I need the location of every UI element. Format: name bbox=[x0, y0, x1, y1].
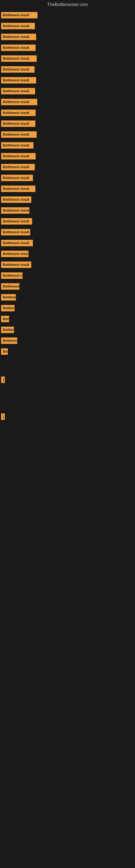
bar-row: Bottleneck result bbox=[0, 153, 135, 161]
bottleneck-bar: Bottleneck result bbox=[1, 131, 37, 138]
bottleneck-bar: Bottleneck result bbox=[1, 261, 31, 268]
bottleneck-bar: Bottleneck result bbox=[1, 186, 35, 192]
bar-row: Bottleneck result bbox=[0, 142, 135, 150]
bottleneck-bar: Bottleneck result bbox=[1, 44, 36, 51]
bottleneck-bar: Bottleneck result bbox=[1, 12, 38, 19]
bottleneck-bar: Bottleneck result bbox=[1, 294, 16, 301]
site-title: TheBottlenecker.com bbox=[0, 0, 135, 9]
bottleneck-bar: Bottleneck result bbox=[1, 218, 32, 225]
bars-container: Bottleneck resultBottleneck resultBottle… bbox=[0, 9, 135, 427]
bottleneck-bar: Bottleneck result bbox=[1, 337, 17, 344]
bottleneck-bar: Bottleneck result bbox=[1, 164, 35, 170]
bottleneck-bar: Bottleneck result bbox=[1, 348, 8, 355]
bottleneck-bar: Bottleneck result bbox=[1, 316, 9, 322]
bar-row: Bottleneck result bbox=[0, 175, 135, 182]
bottleneck-bar: Bottleneck result bbox=[1, 55, 37, 62]
bar-row: Bottleneck result bbox=[0, 218, 135, 226]
bar-row: Bottleneck result bbox=[0, 229, 135, 237]
bar-row bbox=[0, 388, 135, 393]
bottleneck-bar: Bottleneck result bbox=[1, 327, 14, 333]
bar-row: Bottleneck result bbox=[0, 55, 135, 63]
bar-row: Bottleneck result bbox=[0, 77, 135, 85]
bar-row: Bottleneck result bbox=[0, 261, 135, 269]
bottleneck-bar: Bottleneck result bbox=[1, 34, 36, 40]
bottleneck-bar: Bottleneck result bbox=[1, 229, 30, 236]
bottleneck-bar: Bottleneck result bbox=[1, 120, 35, 127]
bottleneck-bar: Bottleneck result bbox=[1, 77, 36, 84]
bottleneck-bar: Bottleneck result bbox=[1, 305, 14, 311]
bottleneck-bar: Bottleneck result bbox=[1, 196, 31, 203]
bar-row: Bottleneck result bbox=[0, 272, 135, 280]
bar-row: Bottleneck result bbox=[0, 186, 135, 193]
bottleneck-bar: | bbox=[1, 413, 5, 420]
bar-row: Bottleneck result bbox=[0, 164, 135, 172]
bottleneck-bar: Bottleneck result bbox=[1, 110, 36, 116]
bar-row: Bottleneck result bbox=[0, 110, 135, 117]
bar-row: Bottleneck result bbox=[0, 240, 135, 247]
bar-row: Bottleneck result bbox=[0, 88, 135, 95]
bar-row bbox=[0, 368, 135, 373]
bar-row: | bbox=[0, 376, 135, 384]
bar-row: Bottleneck result bbox=[0, 294, 135, 302]
bar-row: Bottleneck result bbox=[0, 66, 135, 74]
bar-row: Bottleneck result bbox=[0, 44, 135, 52]
bottleneck-bar: Bottleneck result bbox=[1, 99, 37, 105]
bottleneck-bar: Bottleneck result bbox=[1, 207, 30, 214]
bar-row: Bottleneck result bbox=[0, 34, 135, 41]
bottleneck-bar: Bottleneck result bbox=[1, 88, 35, 94]
bar-row: Bottleneck result bbox=[0, 305, 135, 312]
bar-row: Bottleneck result bbox=[0, 120, 135, 128]
bar-row: Bottleneck result bbox=[0, 99, 135, 106]
bar-row: | bbox=[0, 413, 135, 421]
bottleneck-bar: Bottleneck result bbox=[1, 272, 23, 279]
bottleneck-bar: Bottleneck result bbox=[1, 142, 34, 149]
bottleneck-bar: Bottleneck result bbox=[1, 240, 33, 246]
bottleneck-bar: Bottleneck result bbox=[1, 23, 35, 29]
bar-row: Bottleneck result bbox=[0, 12, 135, 20]
bar-row: Bottleneck result bbox=[0, 131, 135, 139]
bottleneck-bar: Bottleneck result bbox=[1, 283, 19, 290]
bar-row: Bottleneck result bbox=[0, 337, 135, 345]
bar-row: Bottleneck result bbox=[0, 251, 135, 258]
bottleneck-bar: | bbox=[1, 376, 5, 383]
bar-row: Bottleneck result bbox=[0, 23, 135, 30]
bar-row: Bottleneck result bbox=[0, 283, 135, 291]
bottleneck-bar: Bottleneck result bbox=[1, 66, 35, 73]
bar-row bbox=[0, 359, 135, 365]
bar-row: Bottleneck result bbox=[0, 348, 135, 356]
site-header: TheBottlenecker.com bbox=[0, 0, 135, 9]
bottleneck-bar: Bottleneck result bbox=[1, 175, 33, 181]
bar-row: Bottleneck result bbox=[0, 207, 135, 215]
bar-row bbox=[0, 405, 135, 410]
bar-row: Bottleneck result bbox=[0, 327, 135, 334]
bottleneck-bar: Bottleneck result bbox=[1, 153, 36, 159]
bar-row: Bottleneck result bbox=[0, 196, 135, 204]
bottleneck-bar: Bottleneck result bbox=[1, 251, 29, 257]
bar-row bbox=[0, 396, 135, 401]
bar-row: Bottleneck result bbox=[0, 316, 135, 323]
